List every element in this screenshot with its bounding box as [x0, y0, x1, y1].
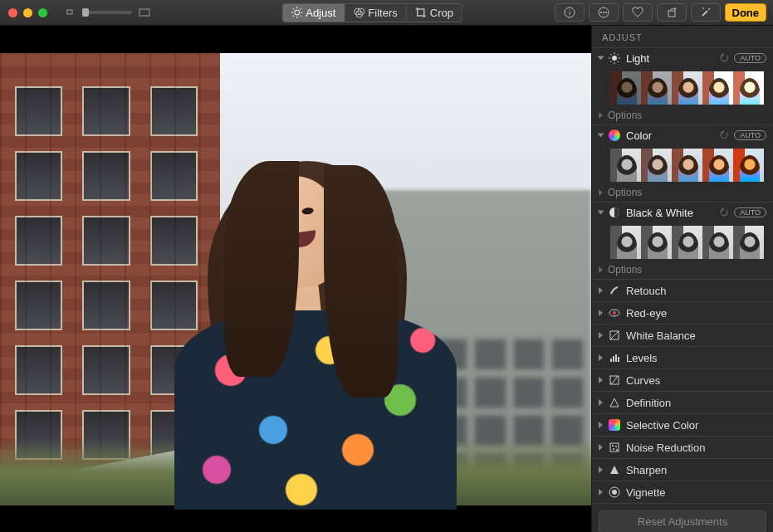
zoom-out-icon[interactable]	[64, 8, 76, 17]
options-label: Options	[608, 110, 642, 121]
auto-color-button[interactable]: AUTO	[734, 130, 766, 140]
tab-crop-label: Crop	[430, 7, 453, 19]
zoom-fit-icon[interactable]	[139, 8, 150, 17]
section-curves[interactable]: Curves	[592, 369, 773, 392]
edited-photo	[0, 53, 591, 505]
done-button[interactable]: Done	[725, 3, 767, 22]
light-thumb-strip[interactable]	[592, 68, 773, 108]
tab-filters-label: Filters	[368, 7, 397, 19]
chevron-down-icon	[598, 134, 604, 138]
svg-point-19	[605, 12, 607, 13]
vignette-icon	[608, 486, 621, 499]
reset-color-button[interactable]	[719, 130, 729, 140]
color-icon	[608, 129, 621, 142]
retouch-icon	[608, 284, 621, 297]
options-label: Options	[608, 264, 642, 276]
definition-icon	[608, 396, 621, 409]
color-thumb-strip[interactable]	[592, 145, 773, 185]
section-levels-label: Levels	[626, 352, 766, 364]
chevron-right-icon	[599, 266, 603, 273]
chevron-right-icon	[599, 287, 603, 294]
svg-point-2	[294, 10, 299, 15]
window-controls	[8, 8, 47, 17]
fullscreen-window-button[interactable]	[38, 8, 47, 17]
rotate-button[interactable]	[657, 3, 687, 22]
section-redeye[interactable]: Red-eye	[592, 302, 773, 325]
zoom-slider[interactable]	[82, 11, 132, 14]
section-definition[interactable]: Definition	[592, 392, 773, 414]
section-color-label: Color	[626, 129, 714, 142]
chevron-right-icon	[599, 189, 603, 196]
svg-line-8	[300, 16, 301, 17]
svg-point-17	[600, 12, 602, 13]
section-light-header[interactable]: Light AUTO	[592, 48, 773, 68]
selective-color-icon	[608, 418, 621, 432]
section-bw-header[interactable]: Black & White AUTO	[592, 203, 773, 222]
svg-point-32	[613, 311, 616, 315]
svg-line-26	[610, 54, 612, 56]
section-levels[interactable]: Levels	[592, 347, 773, 369]
svg-line-7	[292, 8, 294, 10]
svg-rect-0	[67, 10, 72, 14]
chevron-right-icon	[599, 377, 603, 383]
section-vignette[interactable]: Vignette	[592, 481, 773, 504]
sidebar-title: ADJUST	[592, 26, 773, 48]
svg-line-9	[292, 16, 294, 17]
enhance-button[interactable]	[691, 3, 721, 22]
options-color[interactable]: Options	[592, 185, 773, 202]
wb-icon	[608, 329, 621, 342]
bw-thumb-strip[interactable]	[592, 222, 773, 262]
section-wb[interactable]: White Balance	[592, 325, 773, 347]
curves-icon	[608, 373, 621, 387]
section-bw-label: Black & White	[626, 207, 714, 219]
tab-adjust-label: Adjust	[306, 7, 335, 19]
chevron-right-icon	[599, 332, 603, 339]
crop-icon	[415, 7, 427, 18]
reset-light-button[interactable]	[719, 53, 729, 63]
svg-line-27	[618, 61, 619, 63]
section-sharpen[interactable]: Sharpen	[592, 459, 773, 481]
svg-rect-20	[668, 11, 675, 17]
section-color-header[interactable]: Color AUTO	[592, 125, 773, 145]
svg-line-10	[300, 8, 301, 10]
info-button[interactable]: i	[555, 3, 585, 22]
svg-point-43	[613, 448, 614, 450]
noise-icon	[608, 441, 621, 454]
svg-rect-38	[618, 357, 619, 362]
section-retouch[interactable]: Retouch	[592, 280, 773, 302]
reset-bw-button[interactable]	[719, 207, 729, 217]
chevron-right-icon	[599, 399, 603, 406]
auto-bw-button[interactable]: AUTO	[734, 207, 766, 217]
tab-filters[interactable]: Filters	[345, 3, 406, 22]
section-curves-label: Curves	[626, 374, 766, 387]
options-bw[interactable]: Options	[592, 262, 773, 279]
svg-text:i: i	[569, 8, 570, 17]
chevron-right-icon	[599, 354, 603, 361]
close-window-button[interactable]	[8, 8, 17, 17]
svg-point-44	[616, 449, 618, 451]
redeye-icon	[608, 306, 621, 320]
edit-mode-tabs: Adjust Filters Crop	[281, 3, 462, 22]
section-noise[interactable]: Noise Reduction	[592, 437, 773, 459]
done-label: Done	[732, 7, 760, 19]
reset-adjustments-button[interactable]: Reset Adjustments	[599, 510, 766, 532]
section-vignette-label: Vignette	[626, 486, 766, 499]
more-button[interactable]	[589, 3, 619, 22]
section-noise-label: Noise Reduction	[626, 442, 766, 454]
section-selective[interactable]: Selective Color	[592, 414, 773, 437]
tab-crop[interactable]: Crop	[407, 3, 462, 22]
favorite-button[interactable]	[623, 3, 653, 22]
svg-point-42	[615, 446, 617, 447]
light-icon	[608, 51, 621, 65]
toolbar-right: i Done	[555, 3, 767, 22]
svg-line-34	[610, 331, 619, 339]
tab-adjust[interactable]: Adjust	[281, 3, 345, 22]
section-definition-label: Definition	[626, 397, 766, 409]
minimize-window-button[interactable]	[23, 8, 32, 17]
chevron-right-icon	[599, 310, 603, 316]
auto-light-button[interactable]: AUTO	[734, 53, 766, 63]
photo-canvas[interactable]	[0, 26, 591, 532]
chevron-right-icon	[599, 444, 603, 451]
options-light[interactable]: Options	[592, 108, 773, 124]
filters-icon	[353, 7, 364, 18]
